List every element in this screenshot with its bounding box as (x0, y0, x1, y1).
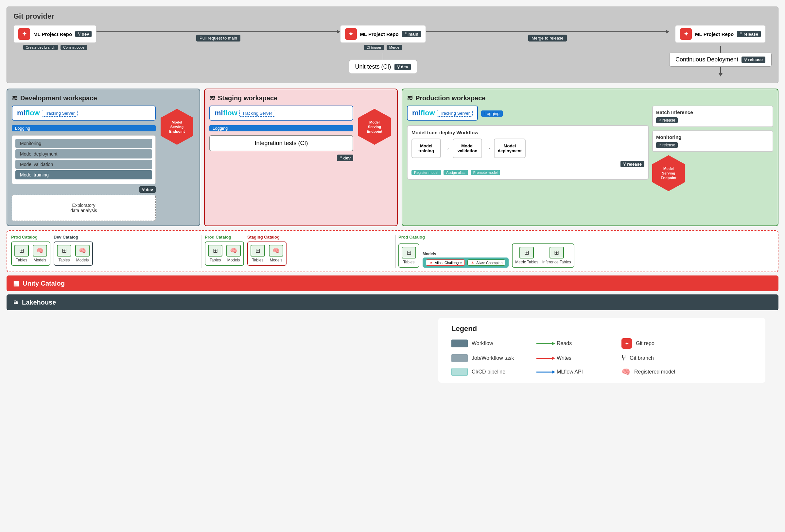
tables-label-1: Tables (16, 258, 27, 262)
legend-workflow-label: Workflow (472, 341, 493, 346)
staging-logging: Logging (209, 125, 353, 131)
dev-model-training: Model training (16, 170, 152, 179)
merge-release-label: Merge to release (528, 35, 567, 42)
metric-inference-box: ⊞ Metric Tables ⊞ Inference Tables (512, 243, 574, 268)
dev-tracking-server: Tracking Server (42, 110, 77, 117)
create-dev-branch-badge: Create dev branch (23, 45, 58, 50)
register-model-badge: Register model (411, 170, 441, 175)
catalog-divider-2 (395, 235, 396, 268)
tables-label-2: Tables (210, 258, 221, 262)
legend-writes: Writes (536, 355, 602, 361)
cd-box: Continuous Deployment ⑂release (669, 53, 771, 66)
staging-branch-badge: ⑂dev (337, 155, 353, 161)
staging-catalog-title: Staging Catalog (247, 235, 286, 240)
prod-workflow-branch: ⑂release (621, 161, 644, 167)
git-provider-section: Git provider ✦ ML Project Repo ⑂dev Crea… (6, 6, 779, 83)
pr-main-label: Pull request to main (196, 35, 240, 42)
dev-model-serving: ModelServingEndpoint (160, 109, 193, 145)
lakehouse-label: Lakehouse (22, 299, 56, 306)
prod-cat-tables-3: ⊞ Tables (402, 247, 416, 264)
prod-models-label: Models (423, 251, 509, 256)
dev-workspace-title: ≋ Development workspace (12, 94, 195, 102)
dev-mlflow-logo: mlflow (17, 109, 40, 117)
legend-cicd: CI/CD pipeline (451, 368, 517, 376)
inference-tables-item: ⊞ Inference Tables (542, 247, 571, 264)
prod-models-col: Models 🔺Alias: Challenger 🔺Alias: Champi… (423, 251, 509, 268)
unity-catalog-label: Unity Catalog (23, 280, 65, 287)
prod-logging: Logging (481, 110, 503, 117)
legend-job-box (451, 354, 468, 362)
legend-mlflow-arrow (536, 372, 553, 373)
workspace-dev: ≋ Development workspace mlflow Tracking … (6, 88, 200, 226)
dev-tables-label: Tables (58, 258, 70, 262)
arrow-pr-main: Pull request to main (97, 25, 340, 41)
unity-catalog-bar: ▦ Unity Catalog (6, 275, 779, 291)
eda-box: Exploratorydata analysis (12, 195, 156, 221)
ci-trigger-badge: CI trigger (364, 45, 384, 50)
tables-label-3: Tables (403, 260, 415, 264)
prod-catalog-box-1: ⊞ Tables 🧠 Models (11, 241, 50, 266)
prod-catalog-title-2: Prod Catalog (205, 235, 244, 240)
main-container: Git provider ✦ ML Project Repo ⑂dev Crea… (0, 0, 785, 389)
monitoring-box: Monitoring ⑂release (652, 130, 773, 152)
staging-cat-tables: ⊞ Tables (251, 245, 265, 262)
tables-icon-2: ⊞ (208, 245, 222, 257)
dev-catalog-title: Dev Catalog (54, 235, 93, 240)
models-label-1: Models (34, 258, 47, 262)
legend-mlflow: MLflow API (536, 369, 602, 375)
cd-label: Continuous Deployment (676, 56, 738, 63)
tables-icon-1: ⊞ (15, 245, 29, 257)
staging-models-label: Models (270, 258, 283, 262)
eda-label: Exploratorydata analysis (70, 203, 97, 213)
repo-release: ✦ ML Project Repo ⑂release (675, 25, 766, 43)
legend-row-3: CI/CD pipeline MLflow API 🧠 Registered m… (451, 368, 752, 376)
staging-tracking-server: Tracking Server (239, 110, 275, 117)
staging-catalog: Staging Catalog ⊞ Tables 🧠 Models (247, 235, 286, 266)
unit-tests-branch: ⑂dev (395, 64, 411, 70)
merge-badge: Merge (387, 45, 402, 50)
dev-model-serving-label: ModelServingEndpoint (169, 120, 185, 134)
git-icon-main: ✦ (345, 28, 357, 40)
dev-model-validation: Model validation (16, 160, 152, 169)
staging-models-icon: 🧠 (269, 245, 283, 257)
prod-model-serving-label: ModelServingEndpoint (661, 166, 677, 180)
prod-catalogs-col: Prod Catalog ⊞ Tables Models 🔺Alias: Cha… (398, 235, 774, 268)
legend-gitrepo-label: Git repo (636, 341, 655, 346)
dev-tables-icon: ⊞ (57, 245, 71, 257)
unity-catalog-icon: ▦ (13, 280, 19, 287)
staging-workspace-title: ≋ Staging workspace (209, 94, 392, 102)
prod-cat-tables-1: ⊞ Tables (15, 245, 29, 262)
promote-model-badge: Promote model (471, 170, 501, 175)
legend-section: Legend Workflow Reads ✦ Git repo Job/Wor… (438, 318, 765, 383)
legend-regmodel-icon: 🧠 (622, 368, 630, 376)
legend-gitrepo: ✦ Git repo (622, 338, 687, 349)
unit-tests-box: Unit tests (CI) ⑂dev (349, 60, 417, 74)
dev-cat-tables: ⊞ Tables (57, 245, 71, 262)
arrow-merge-release: Merge to release (426, 25, 669, 41)
metric-tables-item: ⊞ Metric Tables (515, 247, 538, 264)
git-icon-dev: ✦ (18, 28, 30, 40)
staging-tables-label: Tables (252, 258, 263, 262)
legend-regmodel: 🧠 Registered model (622, 368, 687, 376)
inference-tables-icon: ⊞ (550, 247, 564, 259)
dev-cat-models: 🧠 Models (75, 245, 90, 262)
legend-job: Job/Workflow task (451, 354, 517, 362)
workspace-staging: ≋ Staging workspace mlflow Tracking Serv… (204, 88, 398, 226)
legend-row-1: Workflow Reads ✦ Git repo (451, 338, 752, 349)
prod-catalog-title-3: Prod Catalog (398, 235, 774, 240)
legend-regmodel-label: Registered model (634, 369, 675, 375)
integration-tests-label: Integration tests (CI) (254, 140, 308, 147)
prod-workspace-title: ≋ Production workspace (407, 94, 773, 102)
prod-model-serving: ModelServingEndpoint (652, 155, 685, 191)
repo-main-col: ✦ ML Project Repo ⑂main CI trigger Merge… (340, 25, 426, 74)
repo-dev: ✦ ML Project Repo ⑂dev (14, 25, 97, 43)
prod-cat-models-2: 🧠 Models (226, 245, 241, 262)
batch-inference-title: Batch Inference (656, 109, 769, 115)
dev-monitoring: Monitoring (16, 139, 152, 148)
monitoring-release-badge: ⑂release (656, 142, 678, 148)
legend-cicd-box (451, 368, 468, 376)
dev-branch-badge: ⑂dev (140, 186, 156, 193)
main-sub-actions: CI trigger Merge (364, 45, 402, 50)
git-icon-release: ✦ (680, 28, 692, 40)
prod-catalog-staging: Prod Catalog ⊞ Tables 🧠 Models (205, 235, 244, 266)
